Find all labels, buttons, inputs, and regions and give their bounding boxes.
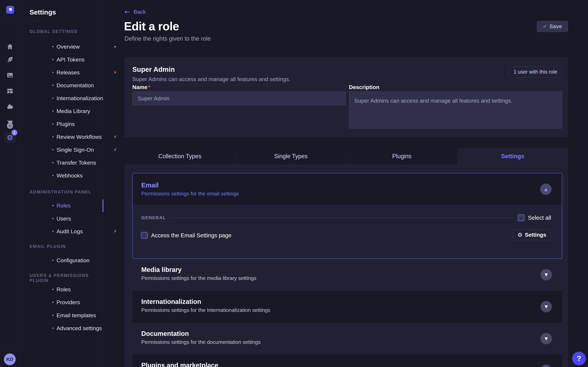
check-icon: ✓	[543, 24, 547, 29]
gear-icon: ⚙	[518, 232, 522, 238]
divider	[0, 18, 20, 19]
accordion-subtitle: Permissions settings for the email setti…	[141, 191, 239, 197]
accordion-internationalization[interactable]: Internationalization Permissions setting…	[132, 291, 562, 323]
name-field-label: Name*	[132, 84, 150, 90]
back-link[interactable]: ← Back	[124, 8, 146, 15]
collapse-button[interactable]: ▲	[540, 184, 552, 195]
bullet-icon	[52, 85, 53, 86]
bullet-icon	[52, 98, 53, 99]
accordion-plugins-and-marketplace[interactable]: Plugins and marketplace ▼	[132, 354, 562, 367]
bullet-icon	[52, 175, 53, 176]
required-marker: *	[148, 84, 150, 90]
permissions-tabs: Collection Types Single Types Plugins Se…	[124, 148, 568, 165]
help-button[interactable]: ?	[572, 352, 586, 365]
section-heading-email-plugin: EMAIL PLUGIN	[30, 244, 66, 249]
bullet-icon	[52, 59, 53, 60]
bullet-icon	[52, 231, 53, 232]
general-section-label: GENERAL	[141, 215, 166, 220]
section-heading-global-settings: GLOBAL SETTINGS	[30, 29, 78, 34]
main-content: ← Back Edit a role Define the rights giv…	[104, 0, 588, 367]
settings-notification-badge: 1	[11, 130, 17, 135]
section-heading-users-permissions-plugin: USERS & PERMISSIONS PLUGIN	[30, 273, 104, 283]
gear-icon: ⚙	[7, 134, 13, 141]
description-textarea[interactable]: Super Admins can access and manage all f…	[349, 91, 562, 129]
chevron-down-icon: ▼	[545, 337, 548, 341]
bullet-icon	[52, 162, 53, 163]
accordion-title: Email	[141, 182, 159, 189]
access-email-settings-checkbox[interactable]	[141, 232, 148, 239]
bullet-icon	[52, 327, 53, 329]
accordion-media-library[interactable]: Media library Permissions settings for t…	[132, 259, 562, 291]
check-icon	[519, 215, 524, 220]
home-icon[interactable]	[0, 43, 20, 50]
accordion-email-body: GENERAL Select all Access the Email Sett…	[133, 205, 562, 259]
bullet-icon	[52, 289, 53, 290]
email-settings-button[interactable]: ⚙ Settings	[513, 230, 551, 240]
name-input[interactable]	[132, 91, 346, 105]
select-all-checkbox[interactable]	[518, 214, 525, 221]
settings-permissions-panel: Email Permissions settings for the email…	[124, 165, 568, 367]
accordion-email-header[interactable]: Email Permissions settings for the email…	[133, 173, 562, 205]
bullet-icon	[52, 110, 53, 112]
active-item-indicator	[103, 199, 104, 212]
chevron-down-icon: ▼	[545, 273, 548, 277]
tab-collection-types[interactable]: Collection Types	[124, 148, 235, 165]
role-name: Super Admin	[132, 66, 175, 73]
bullet-icon	[52, 302, 53, 303]
tab-settings[interactable]: Settings	[457, 148, 568, 165]
settings-subnav: Settings GLOBAL SETTINGS Overview API To…	[20, 0, 104, 367]
info-glyph: i	[7, 123, 13, 129]
subnav-title: Settings	[30, 8, 56, 16]
save-button[interactable]: ✓ Save	[537, 21, 568, 32]
expand-button[interactable]: ▼	[540, 301, 552, 312]
bullet-icon	[52, 136, 53, 137]
info-icon[interactable]: i	[0, 122, 20, 130]
chevron-up-icon: ▲	[544, 187, 547, 191]
bullet-icon	[52, 218, 53, 219]
bullet-icon	[52, 123, 53, 125]
section-heading-administration-panel: ADMINISTRATION PANEL	[30, 190, 91, 195]
permission-row: Access the Email Settings page	[141, 232, 232, 239]
check-icon	[142, 233, 147, 238]
expand-button[interactable]: ▼	[540, 333, 552, 344]
tab-plugins[interactable]: Plugins	[346, 148, 457, 165]
permission-label: Access the Email Settings page	[151, 232, 232, 239]
page-title: Edit a role	[124, 20, 179, 33]
tab-single-types[interactable]: Single Types	[235, 148, 346, 165]
select-all-label: Select all	[528, 215, 551, 221]
user-avatar[interactable]: KD	[4, 353, 16, 365]
question-mark-icon: ?	[577, 354, 581, 363]
bullet-icon	[52, 46, 53, 47]
content-feather-icon[interactable]	[0, 56, 20, 63]
layout-icon[interactable]	[0, 87, 20, 95]
users-with-role-button[interactable]: 1 user with this role	[509, 67, 562, 77]
accordion-email: Email Permissions settings for the email…	[132, 173, 562, 259]
bullet-icon	[52, 149, 53, 150]
back-arrow-icon: ←	[124, 8, 130, 15]
media-library-icon[interactable]	[0, 71, 20, 79]
expand-button[interactable]: ▼	[540, 269, 552, 280]
icon-rail: i ⚙ 1 KD	[0, 0, 20, 367]
general-section-row: GENERAL Select all	[141, 214, 551, 222]
bullet-icon	[52, 260, 53, 261]
strapi-logo-icon	[8, 7, 13, 12]
bullet-icon	[52, 72, 53, 73]
page-subtitle: Define the rights given to the role	[124, 35, 211, 42]
role-card: Super Admin Super Admins can access and …	[124, 57, 568, 137]
description-field-label: Description	[349, 84, 380, 90]
divider	[171, 217, 513, 218]
bullet-icon	[52, 315, 53, 316]
strapi-logo[interactable]	[6, 6, 14, 14]
role-description-text: Super Admins can access and manage all f…	[132, 76, 290, 82]
chevron-down-icon: ▼	[545, 305, 548, 309]
cloud-deploy-icon[interactable]	[0, 103, 20, 111]
expand-button[interactable]: ▼	[540, 365, 552, 367]
bullet-icon	[52, 205, 53, 206]
divider	[30, 21, 39, 21]
accordion-documentation[interactable]: Documentation Permissions settings for t…	[132, 323, 562, 355]
